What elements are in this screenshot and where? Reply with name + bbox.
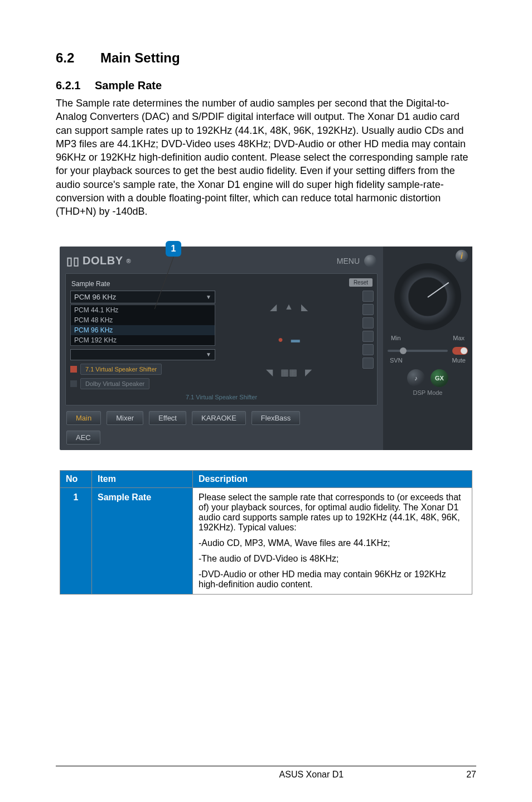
- desc-paragraph: Please select the sample rate that corre…: [199, 492, 466, 533]
- speaker-icon[interactable]: ◤: [305, 367, 312, 378]
- sample-rate-dropdown-list[interactable]: PCM 44.1 KHz PCM 48 KHz PCM 96 KHz PCM 1…: [70, 305, 215, 346]
- section-number: 6.2: [56, 50, 100, 66]
- tab-mixer[interactable]: Mixer: [107, 411, 143, 425]
- virtual-speaker-shifter-button[interactable]: 7.1 Virtual Speaker Shifter: [80, 364, 162, 375]
- speaker-icon[interactable]: ◣: [301, 302, 308, 312]
- table-header-row: No Item Description: [60, 470, 472, 487]
- app-window: ▯▯ DOLBY ® MENU Sample Rate Reset: [60, 247, 472, 450]
- document-page: 6.2Main Setting 6.2.1Sample Rate The Sam…: [0, 0, 532, 802]
- side-icon[interactable]: [362, 304, 374, 315]
- page-footer: ASUS Xonar D1 27: [56, 766, 476, 780]
- tab-aec[interactable]: AEC: [66, 431, 100, 445]
- mute-toggle[interactable]: [452, 347, 468, 355]
- speaker-layout-area: ◢ ▲ ◣ ● ▬ ◥ ▦▦: [221, 291, 357, 389]
- gauge-max-label: Max: [453, 335, 465, 341]
- speaker-icon[interactable]: ◥: [266, 367, 273, 378]
- dsp-mode-game-button[interactable]: GX: [431, 369, 448, 387]
- side-icon[interactable]: [362, 331, 374, 342]
- dsp-mode-music-button[interactable]: ♪: [407, 369, 425, 387]
- section-title: Main Setting: [100, 50, 180, 65]
- option-44-1khz[interactable]: PCM 44.1 KHz: [71, 305, 215, 315]
- desc-bullet: -DVD-Audio or other HD media may contain…: [199, 569, 466, 590]
- col-header-item: Item: [92, 470, 193, 487]
- col-header-description: Description: [193, 470, 472, 487]
- option-192khz[interactable]: PCM 192 KHz: [71, 335, 215, 345]
- body-paragraph: The Sample rate determines the number of…: [56, 96, 476, 219]
- reset-button[interactable]: Reset: [349, 278, 373, 287]
- tab-effect[interactable]: Effect: [149, 411, 186, 425]
- svn-slider[interactable]: [388, 350, 448, 352]
- side-icon[interactable]: [362, 357, 374, 369]
- chevron-down-icon: ▼: [206, 294, 211, 300]
- dolby-virtual-speaker-button[interactable]: Dolby Virtual Speaker: [80, 378, 149, 389]
- sample-rate-select[interactable]: PCM 96 KHz ▼: [70, 291, 215, 303]
- dsp-mode-label: DSP Mode: [388, 389, 468, 396]
- panel-footer-label: 7.1 Virtual Speaker Shifter: [70, 389, 373, 400]
- menu-button[interactable]: MENU: [337, 255, 376, 267]
- side-icon[interactable]: [362, 317, 374, 328]
- main-panel: Sample Rate Reset PCM 96 KHz ▼ PCM 44.1: [65, 273, 378, 405]
- cell-item: Sample Rate: [92, 487, 193, 594]
- section-heading: 6.2Main Setting: [56, 50, 476, 66]
- callout-badge: 1: [166, 241, 181, 257]
- chevron-down-icon: ▼: [206, 351, 211, 357]
- screenshot-figure: 1 ▯▯ DOLBY ® MENU: [60, 247, 472, 450]
- tab-main[interactable]: Main: [66, 411, 101, 425]
- footer-page-number: 27: [466, 770, 476, 780]
- center-icon[interactable]: ▬: [291, 335, 300, 345]
- speaker-icon[interactable]: ▲: [284, 302, 293, 312]
- tab-flexbass[interactable]: FlexBass: [252, 411, 300, 425]
- side-icon[interactable]: [362, 344, 374, 355]
- menu-icon: [364, 255, 376, 267]
- cell-no: 1: [60, 487, 92, 594]
- sample-rate-label: Sample Rate: [70, 279, 111, 288]
- tab-karaoke[interactable]: KARAOKE: [192, 411, 246, 425]
- subwoofer-icon[interactable]: ▦▦: [280, 367, 297, 378]
- subsection-number: 6.2.1: [56, 79, 95, 92]
- subsection-title: Sample Rate: [95, 79, 162, 91]
- side-icon[interactable]: [362, 291, 374, 302]
- option-48khz[interactable]: PCM 48 KHz: [71, 315, 215, 325]
- desc-bullet: -Audio CD, MP3, WMA, Wave files are 44.1…: [199, 538, 466, 548]
- side-panel: i Min Max SVN: [383, 247, 472, 450]
- subsection-heading: 6.2.1Sample Rate: [56, 79, 476, 92]
- option-96khz[interactable]: PCM 96 KHz: [71, 325, 215, 335]
- brand-text: DOLBY: [83, 254, 123, 267]
- dolby-glyph: ▯▯: [66, 254, 79, 268]
- col-header-no: No: [60, 470, 92, 487]
- sample-rate-selected: PCM 96 KHz: [74, 293, 116, 301]
- gauge-needle: [427, 282, 449, 297]
- speaker-icon[interactable]: ◢: [270, 302, 277, 312]
- footer-product: ASUS Xonar D1: [279, 770, 344, 780]
- gauge-min-label: Min: [391, 335, 401, 341]
- mute-label: Mute: [452, 357, 466, 364]
- side-icon-column: [362, 291, 373, 389]
- tab-bar: Main Mixer Effect KARAOKE FlexBass: [65, 405, 378, 431]
- volume-gauge[interactable]: [394, 263, 461, 330]
- checkbox-icon[interactable]: [70, 380, 77, 387]
- analog-out-select[interactable]: ▼: [70, 349, 215, 360]
- title-bar: ▯▯ DOLBY ® MENU: [65, 252, 378, 273]
- table-row: 1 Sample Rate Please select the sample r…: [60, 487, 472, 594]
- description-table: No Item Description 1 Sample Rate Please…: [60, 470, 472, 595]
- menu-label: MENU: [337, 257, 360, 265]
- slider-knob[interactable]: [400, 347, 407, 354]
- checkbox-icon[interactable]: [70, 366, 77, 373]
- info-icon[interactable]: i: [456, 250, 468, 262]
- cell-description: Please select the sample rate that corre…: [193, 487, 472, 594]
- svn-label: SVN: [390, 357, 403, 364]
- desc-bullet: -The audio of DVD-Video is 48KHz;: [199, 554, 466, 564]
- brand-logo: ▯▯ DOLBY ®: [66, 254, 131, 268]
- listener-icon[interactable]: ●: [278, 335, 283, 345]
